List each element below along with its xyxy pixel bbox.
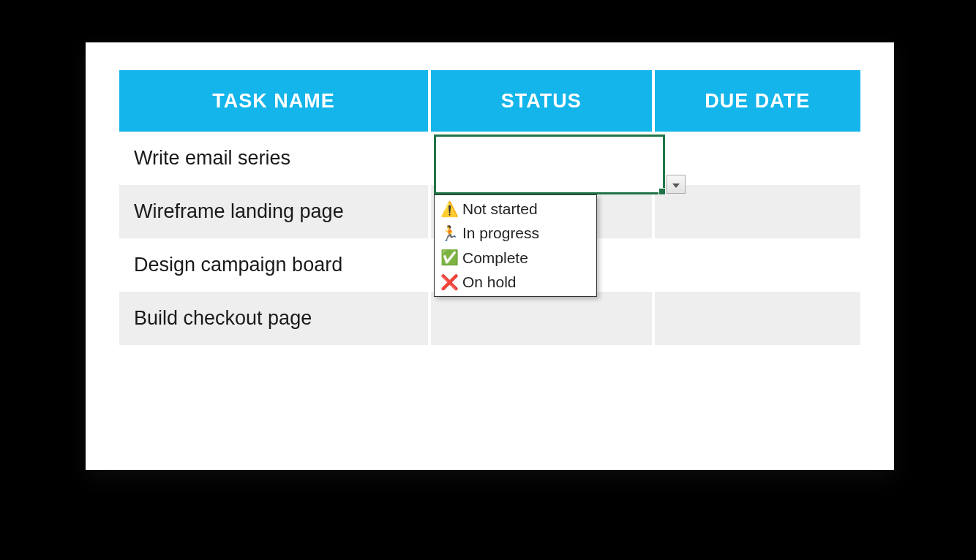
- cell-due[interactable]: [655, 292, 860, 345]
- table-row: Build checkout page: [119, 292, 860, 345]
- table-wrapper: TASK NAME STATUS DUE DATE Write email se…: [86, 42, 894, 420]
- dropdown-option-in-progress[interactable]: 🏃 In progress: [435, 221, 596, 245]
- cross-icon: ❌: [440, 272, 458, 292]
- cell-task[interactable]: Wireframe landing page: [119, 185, 428, 238]
- dropdown-option-not-started[interactable]: ⚠️ Not started: [435, 197, 596, 221]
- dropdown-option-label: Not started: [462, 198, 538, 219]
- checkmark-icon: ✅: [440, 247, 458, 268]
- cell-status-selected[interactable]: [431, 132, 652, 185]
- cell-task[interactable]: Design campaign board: [119, 238, 428, 292]
- dropdown-option-label: Complete: [462, 247, 528, 268]
- status-dropdown-list[interactable]: ⚠️ Not started 🏃 In progress ✅ Complete …: [434, 194, 597, 297]
- cell-task[interactable]: Build checkout page: [119, 292, 428, 345]
- warning-icon: ⚠️: [440, 199, 458, 219]
- dropdown-option-label: In progress: [462, 222, 539, 243]
- cell-empty[interactable]: [119, 345, 428, 398]
- header-task-name[interactable]: TASK NAME: [119, 70, 428, 132]
- dropdown-option-complete[interactable]: ✅ Complete: [435, 246, 596, 270]
- running-icon: 🏃: [440, 223, 458, 243]
- svg-marker-0: [672, 183, 680, 188]
- cell-task[interactable]: Write email series: [119, 132, 428, 185]
- spreadsheet-panel: TASK NAME STATUS DUE DATE Write email se…: [86, 42, 894, 470]
- cell-empty[interactable]: [655, 345, 860, 398]
- table-row: [119, 345, 860, 398]
- table-row: Write email series: [119, 132, 860, 185]
- cell-empty[interactable]: [431, 345, 652, 398]
- dropdown-option-on-hold[interactable]: ❌ On hold: [435, 270, 596, 294]
- chevron-down-icon: [672, 178, 680, 191]
- cell-due[interactable]: [655, 238, 860, 292]
- dropdown-toggle-button[interactable]: [667, 175, 686, 194]
- cell-status[interactable]: [431, 292, 652, 345]
- dropdown-option-label: On hold: [462, 271, 517, 292]
- header-status[interactable]: STATUS: [431, 70, 652, 132]
- header-due-date[interactable]: DUE DATE: [655, 70, 860, 132]
